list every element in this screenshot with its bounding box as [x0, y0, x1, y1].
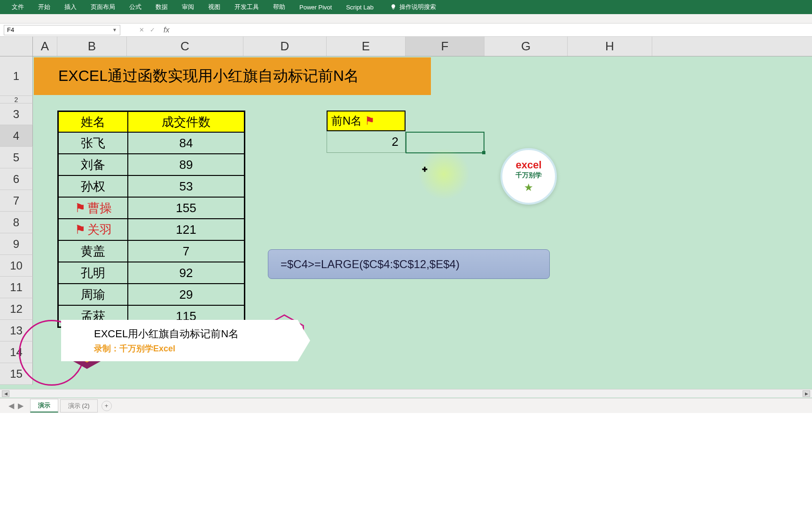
param-value-cell[interactable]: 2 [327, 131, 406, 153]
scroll-left-icon[interactable]: ◀ [2, 390, 9, 397]
tell-me-label: 操作说明搜索 [399, 3, 436, 11]
caption-title: EXCEL用小红旗自动标记前N名 [94, 327, 239, 341]
row-header-7[interactable]: 7 [0, 190, 33, 212]
ribbon-tab-view[interactable]: 视图 [201, 0, 227, 14]
ribbon-tab-scriptlab[interactable]: Script Lab [339, 0, 381, 14]
scroll-right-icon[interactable]: ▶ [803, 390, 810, 397]
flag-icon: ⚑ [365, 114, 375, 127]
sheet-nav-next-icon[interactable]: ▶ [18, 401, 23, 410]
title-banner: EXCEL通过函数实现用小红旗自动标记前N名 [34, 57, 431, 95]
row-header-10[interactable]: 10 [0, 255, 33, 277]
cell-name[interactable]: 孔明 [58, 262, 128, 284]
cancel-formula-icon[interactable]: ✕ [139, 26, 144, 33]
star-icon: ★ [524, 182, 533, 194]
title-text: EXCEL通过函数实现用小红旗自动标记前N名 [58, 66, 359, 87]
horizontal-scrollbar[interactable]: ◀ ▶ [0, 389, 812, 397]
row-header-2[interactable]: 2 [0, 96, 33, 103]
fx-icon[interactable]: fx [164, 26, 169, 34]
col-header-B[interactable]: B [57, 37, 127, 56]
logo-line2: 千万别学 [515, 171, 542, 180]
sheet-nav: ◀ ▶ [4, 401, 28, 410]
name-box[interactable]: F4 ▼ [4, 25, 120, 35]
table-row: 孙权 53 [58, 175, 244, 197]
cell-name-flagged[interactable]: ⚑曹操 [58, 197, 128, 219]
cell-name[interactable]: 张飞 [58, 132, 128, 154]
video-caption: EXCEL用小红旗自动标记前N名 录制：千万别学Excel [61, 320, 310, 361]
cell-count[interactable]: 7 [128, 240, 244, 262]
tell-me-search[interactable]: 操作说明搜索 [390, 3, 436, 11]
name-box-dropdown-icon[interactable]: ▼ [112, 27, 117, 32]
ribbon-tab-insert[interactable]: 插入 [57, 0, 84, 14]
ribbon-tab-review[interactable]: 审阅 [175, 0, 201, 14]
accept-formula-icon[interactable]: ✓ [150, 26, 155, 33]
sheet-tab[interactable]: 演示 (2) [60, 399, 98, 413]
formula-bar-buttons: ✕ ✓ fx [134, 26, 174, 34]
col-header-E[interactable]: E [327, 37, 406, 56]
cell-name[interactable]: 孙权 [58, 175, 128, 197]
select-all-corner[interactable] [0, 37, 33, 56]
row-header-1[interactable]: 1 [0, 56, 33, 96]
row-header-12[interactable]: 12 [0, 298, 33, 320]
column-headers: A B C D E F G H [0, 37, 812, 56]
param-label-cell[interactable]: 前N名 ⚑ [327, 111, 406, 131]
formula-bar: F4 ▼ ✕ ✓ fx [0, 24, 812, 37]
row-header-5[interactable]: 5 [0, 147, 33, 168]
cell-count[interactable]: 155 [128, 197, 244, 219]
table-header-count[interactable]: 成交件数 [128, 111, 244, 132]
cell-name-flagged[interactable]: ⚑关羽 [58, 219, 128, 240]
col-header-C[interactable]: C [127, 37, 243, 56]
cell-count[interactable]: 53 [128, 175, 244, 197]
cell-count[interactable]: 84 [128, 132, 244, 154]
add-sheet-button[interactable]: + [102, 401, 112, 411]
cell-count[interactable]: 29 [128, 284, 244, 305]
cell-count[interactable]: 89 [128, 154, 244, 175]
col-header-F[interactable]: F [406, 37, 484, 56]
ribbon-tab-file[interactable]: 文件 [5, 0, 31, 14]
active-cell-F4[interactable] [406, 132, 484, 153]
ribbon-tab-layout[interactable]: 页面布局 [84, 0, 122, 14]
ribbon-tab-dev[interactable]: 开发工具 [227, 0, 266, 14]
formula-tip-box: =$C4>=LARGE($C$4:$C$12,$E$4) [268, 249, 550, 279]
fill-handle[interactable] [482, 151, 485, 154]
table-row: 周瑜 29 [58, 284, 244, 305]
ribbon-tab-home[interactable]: 开始 [31, 0, 57, 14]
table-header-name[interactable]: 姓名 [58, 111, 128, 132]
logo-line1: excel [515, 159, 541, 171]
sheet-tab-active[interactable]: 演示 [30, 399, 58, 413]
param-label: 前N名 [331, 113, 362, 128]
table-row: 刘备 89 [58, 154, 244, 175]
formula-input[interactable] [179, 26, 808, 33]
ribbon-tab-powerpivot[interactable]: Power Pivot [292, 0, 339, 14]
formula-tip-text: =$C4>=LARGE($C$4:$C$12,$E$4) [281, 258, 460, 271]
cell-count[interactable]: 92 [128, 262, 244, 284]
sheet-nav-prev-icon[interactable]: ◀ [8, 401, 14, 410]
ribbon-tab-data[interactable]: 数据 [148, 0, 175, 14]
channel-logo: excel 千万别学 ★ [500, 148, 557, 205]
col-header-H[interactable]: H [568, 37, 652, 56]
row-header-6[interactable]: 6 [0, 168, 33, 190]
cells-area[interactable]: EXCEL通过函数实现用小红旗自动标记前N名 姓名 成交件数 张飞 84 刘备 … [33, 56, 812, 385]
cell-name[interactable]: 周瑜 [58, 284, 128, 305]
row-header-4[interactable]: 4 [0, 125, 33, 147]
table-row: 黄盖 7 [58, 240, 244, 262]
ribbon-content-area [0, 14, 812, 24]
ribbon-tab-formulas[interactable]: 公式 [122, 0, 148, 14]
param-box: 前N名 ⚑ 2 [327, 111, 406, 153]
sheet-tabs-bar: ◀ ▶ 演示 演示 (2) + [0, 398, 812, 413]
ribbon-bar: 文件 开始 插入 页面布局 公式 数据 审阅 视图 开发工具 帮助 Power … [0, 0, 812, 14]
table-row: ⚑关羽 121 [58, 219, 244, 240]
row-header-3[interactable]: 3 [0, 103, 33, 125]
col-header-G[interactable]: G [484, 37, 568, 56]
ribbon-tab-help[interactable]: 帮助 [266, 0, 292, 14]
row-header-9[interactable]: 9 [0, 233, 33, 255]
lightbulb-icon [390, 4, 397, 10]
table-row: 张飞 84 [58, 132, 244, 154]
flag-icon: ⚑ [75, 201, 86, 215]
cell-count[interactable]: 121 [128, 219, 244, 240]
row-header-8[interactable]: 8 [0, 212, 33, 233]
cell-name[interactable]: 刘备 [58, 154, 128, 175]
cell-name[interactable]: 黄盖 [58, 240, 128, 262]
col-header-A[interactable]: A [33, 37, 57, 56]
row-header-11[interactable]: 11 [0, 277, 33, 298]
col-header-D[interactable]: D [243, 37, 327, 56]
